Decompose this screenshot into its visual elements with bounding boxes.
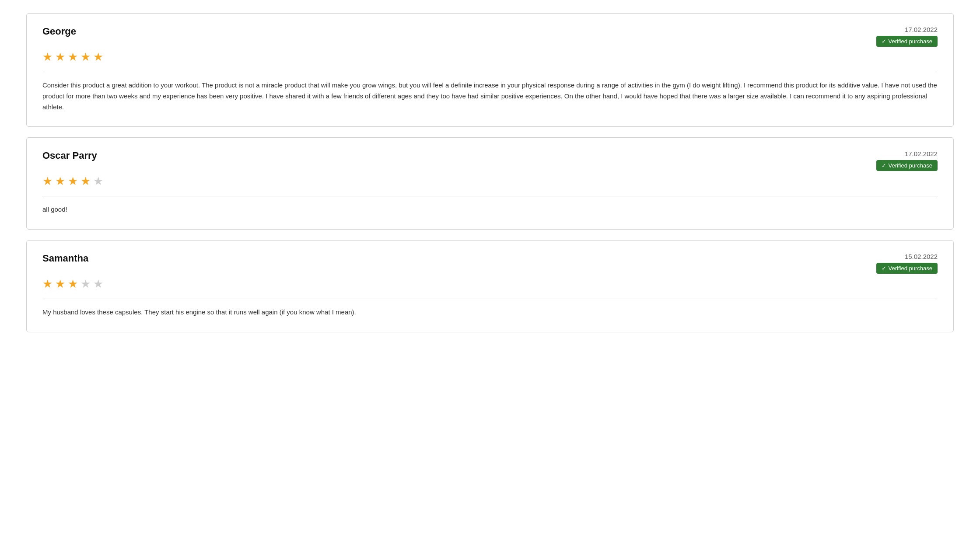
star-filled: ★ bbox=[42, 174, 52, 188]
review-meta: 17.02.2022✓Verified purchase bbox=[876, 150, 938, 171]
verified-purchase-badge: ✓Verified purchase bbox=[876, 160, 938, 171]
review-header-0: George17.02.2022✓Verified purchase bbox=[42, 26, 938, 47]
stars-row: ★★★★★ bbox=[42, 174, 938, 188]
star-filled: ★ bbox=[68, 50, 78, 64]
reviewer-name: Oscar Parry bbox=[42, 150, 97, 161]
star-filled: ★ bbox=[55, 50, 65, 64]
star-filled: ★ bbox=[68, 174, 78, 188]
review-date: 17.02.2022 bbox=[905, 26, 938, 33]
review-text: Consider this product a great addition t… bbox=[42, 80, 938, 112]
review-divider bbox=[42, 196, 938, 196]
star-filled: ★ bbox=[80, 50, 91, 64]
review-meta: 15.02.2022✓Verified purchase bbox=[876, 253, 938, 274]
verified-label: Verified purchase bbox=[889, 162, 932, 169]
star-filled: ★ bbox=[93, 50, 103, 64]
star-empty: ★ bbox=[80, 277, 91, 291]
star-filled: ★ bbox=[42, 277, 52, 291]
review-date: 17.02.2022 bbox=[905, 150, 938, 157]
check-icon: ✓ bbox=[882, 38, 886, 45]
review-header-2: Samantha15.02.2022✓Verified purchase bbox=[42, 253, 938, 274]
review-divider bbox=[42, 299, 938, 299]
reviews-container: George17.02.2022✓Verified purchase★★★★★C… bbox=[26, 13, 954, 332]
check-icon: ✓ bbox=[882, 162, 886, 169]
stars-row: ★★★★★ bbox=[42, 50, 938, 64]
review-header-1: Oscar Parry17.02.2022✓Verified purchase bbox=[42, 150, 938, 171]
review-oscar: Oscar Parry17.02.2022✓Verified purchase★… bbox=[26, 137, 954, 230]
verified-label: Verified purchase bbox=[889, 265, 932, 272]
review-george: George17.02.2022✓Verified purchase★★★★★C… bbox=[26, 13, 954, 127]
verified-purchase-badge: ✓Verified purchase bbox=[876, 263, 938, 274]
reviewer-name: Samantha bbox=[42, 253, 88, 264]
review-text: My husband loves these capsules. They st… bbox=[42, 307, 938, 318]
review-samantha: Samantha15.02.2022✓Verified purchase★★★★… bbox=[26, 240, 954, 332]
stars-row: ★★★★★ bbox=[42, 277, 938, 291]
verified-purchase-badge: ✓Verified purchase bbox=[876, 36, 938, 47]
star-filled: ★ bbox=[55, 174, 65, 188]
verified-label: Verified purchase bbox=[889, 38, 932, 45]
star-filled: ★ bbox=[68, 277, 78, 291]
star-filled: ★ bbox=[80, 174, 91, 188]
review-date: 15.02.2022 bbox=[905, 253, 938, 260]
star-filled: ★ bbox=[42, 50, 52, 64]
check-icon: ✓ bbox=[882, 265, 886, 272]
star-empty: ★ bbox=[93, 277, 103, 291]
reviewer-name: George bbox=[42, 26, 76, 37]
review-divider bbox=[42, 72, 938, 72]
review-meta: 17.02.2022✓Verified purchase bbox=[876, 26, 938, 47]
star-filled: ★ bbox=[55, 277, 65, 291]
star-empty: ★ bbox=[93, 174, 103, 188]
review-text: all good! bbox=[42, 204, 938, 215]
